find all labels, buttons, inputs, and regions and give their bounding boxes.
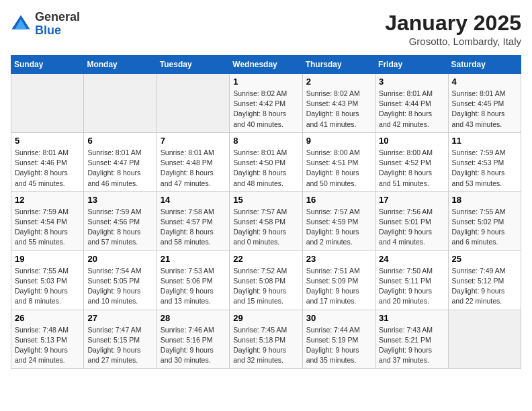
calendar-week-row: 5Sunrise: 8:01 AM Sunset: 4:46 PM Daylig… bbox=[11, 132, 521, 191]
day-number: 9 bbox=[306, 136, 371, 146]
calendar-cell: 7Sunrise: 8:01 AM Sunset: 4:48 PM Daylig… bbox=[157, 132, 229, 191]
calendar-cell: 19Sunrise: 7:55 AM Sunset: 5:03 PM Dayli… bbox=[11, 250, 84, 310]
calendar-cell: 16Sunrise: 7:57 AM Sunset: 4:59 PM Dayli… bbox=[302, 191, 375, 250]
location: Grosotto, Lombardy, Italy bbox=[385, 36, 521, 47]
calendar-cell: 8Sunrise: 8:01 AM Sunset: 4:50 PM Daylig… bbox=[230, 132, 302, 191]
day-number: 19 bbox=[15, 254, 80, 264]
day-number: 4 bbox=[452, 77, 517, 87]
day-info: Sunrise: 7:55 AM Sunset: 5:03 PM Dayligh… bbox=[15, 266, 80, 307]
day-info: Sunrise: 7:53 AM Sunset: 5:06 PM Dayligh… bbox=[161, 266, 226, 307]
calendar-cell: 5Sunrise: 8:01 AM Sunset: 4:46 PM Daylig… bbox=[11, 132, 84, 191]
day-info: Sunrise: 8:01 AM Sunset: 4:48 PM Dayligh… bbox=[161, 148, 226, 189]
calendar-cell: 25Sunrise: 7:49 AM Sunset: 5:12 PM Dayli… bbox=[448, 250, 521, 310]
day-number: 5 bbox=[15, 136, 80, 146]
day-info: Sunrise: 8:01 AM Sunset: 4:50 PM Dayligh… bbox=[233, 148, 298, 189]
weekday-header-row: SundayMondayTuesdayWednesdayThursdayFrid… bbox=[11, 56, 521, 74]
calendar-cell: 9Sunrise: 8:00 AM Sunset: 4:51 PM Daylig… bbox=[302, 132, 375, 191]
day-info: Sunrise: 8:00 AM Sunset: 4:51 PM Dayligh… bbox=[306, 148, 371, 189]
day-info: Sunrise: 7:54 AM Sunset: 5:05 PM Dayligh… bbox=[87, 266, 152, 307]
calendar-cell: 2Sunrise: 8:02 AM Sunset: 4:43 PM Daylig… bbox=[302, 74, 375, 133]
calendar-cell: 4Sunrise: 8:01 AM Sunset: 4:45 PM Daylig… bbox=[448, 74, 521, 133]
day-number: 16 bbox=[306, 195, 371, 205]
calendar-week-row: 26Sunrise: 7:48 AM Sunset: 5:13 PM Dayli… bbox=[11, 310, 521, 369]
day-number: 1 bbox=[233, 77, 298, 87]
logo-blue: Blue bbox=[35, 24, 61, 37]
calendar-cell: 27Sunrise: 7:47 AM Sunset: 5:15 PM Dayli… bbox=[84, 310, 157, 369]
calendar-cell: 3Sunrise: 8:01 AM Sunset: 4:44 PM Daylig… bbox=[375, 74, 448, 133]
calendar-cell: 28Sunrise: 7:46 AM Sunset: 5:16 PM Dayli… bbox=[157, 310, 229, 369]
day-number: 24 bbox=[379, 254, 444, 264]
day-info: Sunrise: 7:50 AM Sunset: 5:11 PM Dayligh… bbox=[379, 266, 444, 307]
day-info: Sunrise: 7:59 AM Sunset: 4:53 PM Dayligh… bbox=[452, 148, 517, 189]
calendar-cell: 14Sunrise: 7:58 AM Sunset: 4:57 PM Dayli… bbox=[157, 191, 229, 250]
calendar-cell: 13Sunrise: 7:59 AM Sunset: 4:56 PM Dayli… bbox=[84, 191, 157, 250]
day-number: 17 bbox=[379, 195, 444, 205]
calendar-cell bbox=[157, 74, 229, 133]
weekday-header-cell: Friday bbox=[375, 56, 448, 74]
day-number: 8 bbox=[233, 136, 298, 146]
weekday-header-cell: Sunday bbox=[11, 56, 84, 74]
day-info: Sunrise: 7:51 AM Sunset: 5:09 PM Dayligh… bbox=[306, 266, 371, 307]
day-info: Sunrise: 8:02 AM Sunset: 4:42 PM Dayligh… bbox=[233, 89, 298, 130]
calendar-cell: 15Sunrise: 7:57 AM Sunset: 4:58 PM Dayli… bbox=[230, 191, 302, 250]
calendar-cell: 10Sunrise: 8:00 AM Sunset: 4:52 PM Dayli… bbox=[375, 132, 448, 191]
calendar-cell: 6Sunrise: 8:01 AM Sunset: 4:47 PM Daylig… bbox=[84, 132, 157, 191]
calendar-week-row: 12Sunrise: 7:59 AM Sunset: 4:54 PM Dayli… bbox=[11, 191, 521, 250]
day-info: Sunrise: 7:59 AM Sunset: 4:54 PM Dayligh… bbox=[15, 207, 80, 248]
day-number: 26 bbox=[15, 313, 80, 323]
calendar-body: 1Sunrise: 8:02 AM Sunset: 4:42 PM Daylig… bbox=[11, 74, 521, 369]
calendar-table: SundayMondayTuesdayWednesdayThursdayFrid… bbox=[11, 55, 521, 369]
day-number: 20 bbox=[87, 254, 152, 264]
day-number: 31 bbox=[379, 313, 444, 323]
logo: General Blue bbox=[11, 11, 80, 38]
day-number: 21 bbox=[161, 254, 226, 264]
day-info: Sunrise: 7:57 AM Sunset: 4:59 PM Dayligh… bbox=[306, 207, 371, 248]
calendar-cell bbox=[11, 74, 84, 133]
day-info: Sunrise: 8:01 AM Sunset: 4:44 PM Dayligh… bbox=[379, 89, 444, 130]
weekday-header-cell: Wednesday bbox=[230, 56, 302, 74]
day-number: 18 bbox=[452, 195, 517, 205]
calendar-cell: 1Sunrise: 8:02 AM Sunset: 4:42 PM Daylig… bbox=[230, 74, 302, 133]
day-number: 13 bbox=[87, 195, 152, 205]
calendar-cell bbox=[448, 310, 521, 369]
title-block: January 2025 Grosotto, Lombardy, Italy bbox=[385, 11, 521, 47]
day-number: 12 bbox=[15, 195, 80, 205]
day-info: Sunrise: 7:47 AM Sunset: 5:15 PM Dayligh… bbox=[87, 325, 152, 366]
logo-icon bbox=[11, 14, 31, 34]
day-info: Sunrise: 7:43 AM Sunset: 5:21 PM Dayligh… bbox=[379, 325, 444, 366]
calendar-week-row: 1Sunrise: 8:02 AM Sunset: 4:42 PM Daylig… bbox=[11, 74, 521, 133]
day-number: 30 bbox=[306, 313, 371, 323]
calendar-week-row: 19Sunrise: 7:55 AM Sunset: 5:03 PM Dayli… bbox=[11, 250, 521, 310]
day-info: Sunrise: 7:46 AM Sunset: 5:16 PM Dayligh… bbox=[161, 325, 226, 366]
calendar-cell: 21Sunrise: 7:53 AM Sunset: 5:06 PM Dayli… bbox=[157, 250, 229, 310]
weekday-header-cell: Thursday bbox=[302, 56, 375, 74]
logo-general: General bbox=[35, 10, 80, 24]
day-number: 11 bbox=[452, 136, 517, 146]
day-number: 7 bbox=[161, 136, 226, 146]
day-number: 14 bbox=[161, 195, 226, 205]
day-info: Sunrise: 8:02 AM Sunset: 4:43 PM Dayligh… bbox=[306, 89, 371, 130]
logo-text: General Blue bbox=[35, 11, 80, 38]
day-info: Sunrise: 7:55 AM Sunset: 5:02 PM Dayligh… bbox=[452, 207, 517, 248]
day-info: Sunrise: 8:00 AM Sunset: 4:52 PM Dayligh… bbox=[379, 148, 444, 189]
calendar-cell: 18Sunrise: 7:55 AM Sunset: 5:02 PM Dayli… bbox=[448, 191, 521, 250]
day-number: 22 bbox=[233, 254, 298, 264]
calendar-cell: 30Sunrise: 7:44 AM Sunset: 5:19 PM Dayli… bbox=[302, 310, 375, 369]
day-info: Sunrise: 7:45 AM Sunset: 5:18 PM Dayligh… bbox=[233, 325, 298, 366]
calendar-cell: 31Sunrise: 7:43 AM Sunset: 5:21 PM Dayli… bbox=[375, 310, 448, 369]
day-number: 25 bbox=[452, 254, 517, 264]
day-number: 27 bbox=[87, 313, 152, 323]
weekday-header-cell: Monday bbox=[84, 56, 157, 74]
day-info: Sunrise: 7:56 AM Sunset: 5:01 PM Dayligh… bbox=[379, 207, 444, 248]
day-info: Sunrise: 8:01 AM Sunset: 4:46 PM Dayligh… bbox=[15, 148, 80, 189]
calendar-cell bbox=[84, 74, 157, 133]
day-number: 6 bbox=[87, 136, 152, 146]
weekday-header-cell: Saturday bbox=[448, 56, 521, 74]
day-info: Sunrise: 8:01 AM Sunset: 4:47 PM Dayligh… bbox=[87, 148, 152, 189]
day-info: Sunrise: 7:48 AM Sunset: 5:13 PM Dayligh… bbox=[15, 325, 80, 366]
day-info: Sunrise: 8:01 AM Sunset: 4:45 PM Dayligh… bbox=[452, 89, 517, 130]
day-info: Sunrise: 7:44 AM Sunset: 5:19 PM Dayligh… bbox=[306, 325, 371, 366]
calendar-cell: 24Sunrise: 7:50 AM Sunset: 5:11 PM Dayli… bbox=[375, 250, 448, 310]
day-number: 2 bbox=[306, 77, 371, 87]
calendar-cell: 17Sunrise: 7:56 AM Sunset: 5:01 PM Dayli… bbox=[375, 191, 448, 250]
